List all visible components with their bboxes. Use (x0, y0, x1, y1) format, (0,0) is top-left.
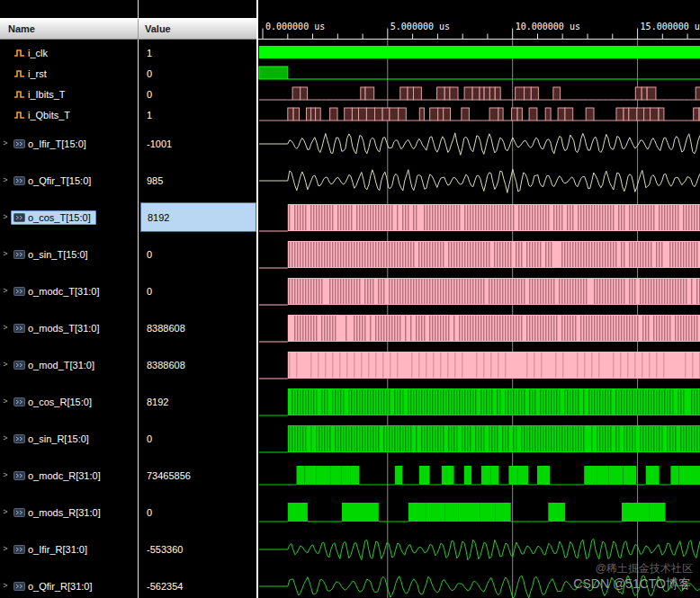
signal-name: o_Qfir_T[15:0] (28, 175, 91, 186)
scalar-signal-icon (13, 68, 25, 79)
bus-signal-icon (13, 544, 25, 555)
signal-value: -553360 (140, 531, 256, 567)
bus-signal-icon (13, 581, 25, 592)
waveform-canvas[interactable]: 0.000000 us5.000000 us10.000000 us15.000… (258, 0, 700, 598)
signal-name-wrap[interactable]: o_cos_R[15:0] (11, 395, 97, 409)
expand-arrow-icon[interactable]: > (0, 545, 11, 553)
signal-name: o_cos_R[15:0] (28, 397, 92, 407)
expand-arrow-icon[interactable]: > (0, 434, 11, 442)
signal-name: o_mod_T[31:0] (28, 360, 94, 370)
signal-row[interactable]: i_rst (0, 63, 138, 84)
scalar-signal-icon (13, 48, 25, 58)
expand-arrow-icon[interactable]: > (0, 361, 11, 369)
expand-arrow-icon[interactable]: > (0, 582, 11, 590)
signal-name: o_cos_T[15:0] (28, 212, 91, 223)
bus-signal-icon (13, 249, 25, 260)
signal-name: o_Qfir_R[31:0] (28, 581, 93, 592)
bus-signal-icon (13, 175, 25, 186)
expand-arrow-icon[interactable]: > (0, 471, 11, 479)
signal-name-wrap[interactable]: i_clk (11, 46, 53, 60)
signal-row[interactable]: i_clk (0, 42, 138, 63)
signal-name-wrap[interactable]: o_mods_R[31:0] (11, 505, 106, 520)
signal-value: -1001 (140, 125, 256, 162)
signal-name: o_mods_R[31:0] (28, 507, 101, 518)
signal-value: 0 (140, 84, 256, 104)
signal-row[interactable]: >o_sin_R[15:0] (0, 420, 138, 457)
signal-name: o_sin_R[15:0] (28, 433, 89, 444)
signal-name: o_mods_T[31:0] (28, 323, 100, 334)
signal-row[interactable]: >o_mods_T[31:0] (0, 309, 138, 346)
name-column-header[interactable]: Name (8, 23, 35, 34)
signal-row[interactable]: >o_Qfir_T[15:0] (0, 162, 138, 199)
signal-name-wrap[interactable]: o_sin_T[15:0] (11, 247, 94, 262)
signal-name: o_Ifir_T[15:0] (28, 138, 86, 149)
bus-signal-icon (13, 433, 25, 444)
signal-value: 8388608 (140, 309, 256, 346)
signal-panel: Name Value i_clki_rsti_Ibits_Ti_Qbits_T>… (0, 0, 258, 598)
signal-name-wrap[interactable]: o_mod_T[31:0] (11, 358, 100, 372)
signal-name: o_Ifir_R[31:0] (28, 544, 87, 555)
signal-name-wrap[interactable]: i_Qbits_T (11, 108, 76, 122)
signal-value: -562354 (140, 567, 256, 598)
signal-row[interactable]: >o_sin_T[15:0] (0, 236, 138, 272)
value-column-header[interactable]: Value (145, 23, 171, 34)
signal-row[interactable]: >o_Ifir_R[31:0] (0, 531, 138, 567)
signal-name-wrap[interactable]: o_cos_T[15:0] (11, 210, 96, 225)
signal-panel-header: Name Value (0, 18, 256, 40)
signal-value: 1 (140, 42, 256, 63)
bus-signal-icon (13, 397, 25, 407)
expand-arrow-icon[interactable]: > (0, 139, 11, 147)
signal-row[interactable]: >o_Qfir_R[31:0] (0, 567, 138, 598)
signal-row[interactable]: >o_modc_T[31:0] (0, 272, 138, 309)
signal-name: i_clk (28, 48, 48, 58)
name-value-divider (138, 0, 139, 598)
signal-value: 8388608 (140, 346, 256, 383)
signal-row[interactable]: >o_cos_R[15:0] (0, 383, 138, 420)
signal-value: 0 (140, 236, 256, 272)
signal-row[interactable]: >o_mod_T[31:0] (0, 346, 138, 383)
signal-name-wrap[interactable]: o_Ifir_T[15:0] (11, 137, 92, 151)
signal-row[interactable]: i_Ibits_T (0, 84, 138, 104)
signal-name: i_Ibits_T (28, 89, 66, 100)
signal-value: 985 (140, 162, 256, 199)
signal-value: 73465856 (140, 457, 256, 494)
signal-value: 0 (140, 63, 256, 84)
signal-row[interactable]: >o_Ifir_T[15:0] (0, 125, 138, 162)
bus-signal-icon (13, 138, 25, 149)
bus-signal-icon (13, 470, 25, 481)
signal-value: 0 (140, 420, 256, 457)
signal-value: 0 (140, 494, 256, 531)
signal-name-wrap[interactable]: o_Qfir_R[31:0] (11, 579, 98, 594)
signal-row[interactable]: >o_cos_T[15:0] (0, 199, 138, 236)
expand-arrow-icon[interactable]: > (0, 287, 11, 295)
svg-text:10.000000 us: 10.000000 us (516, 22, 580, 31)
signal-value: 1 (140, 104, 256, 125)
signal-row[interactable]: >o_modc_R[31:0] (0, 457, 138, 494)
svg-text:15.000000 us: 15.000000 us (641, 22, 700, 31)
signal-value[interactable]: 8192 (140, 202, 256, 232)
signal-name-wrap[interactable]: o_modc_R[31:0] (11, 469, 106, 483)
scalar-signal-icon (13, 89, 25, 100)
bus-signal-icon (13, 323, 25, 334)
signal-row[interactable]: >o_mods_R[31:0] (0, 494, 138, 531)
signal-name-wrap[interactable]: o_Ifir_R[31:0] (11, 542, 93, 557)
signal-name-wrap[interactable]: o_sin_R[15:0] (11, 432, 94, 446)
expand-arrow-icon[interactable]: > (0, 250, 11, 258)
signal-name: i_Qbits_T (28, 110, 70, 120)
signal-value: 8192 (140, 383, 256, 420)
expand-arrow-icon[interactable]: > (0, 213, 11, 221)
expand-arrow-icon[interactable]: > (0, 176, 11, 184)
signal-name-wrap[interactable]: o_modc_T[31:0] (11, 284, 105, 299)
bus-signal-icon (13, 507, 25, 518)
signal-name-wrap[interactable]: i_Ibits_T (11, 87, 71, 102)
expand-arrow-icon[interactable]: > (0, 397, 11, 406)
signal-name-wrap[interactable]: o_mods_T[31:0] (11, 321, 105, 335)
expand-arrow-icon[interactable]: > (0, 508, 11, 516)
signal-row[interactable]: i_Qbits_T (0, 104, 138, 125)
svg-text:0.000000 us: 0.000000 us (265, 22, 325, 31)
bus-signal-icon (13, 360, 25, 370)
scalar-signal-icon (13, 110, 25, 120)
expand-arrow-icon[interactable]: > (0, 324, 11, 332)
signal-name-wrap[interactable]: i_rst (11, 67, 52, 81)
signal-name-wrap[interactable]: o_Qfir_T[15:0] (11, 174, 96, 188)
